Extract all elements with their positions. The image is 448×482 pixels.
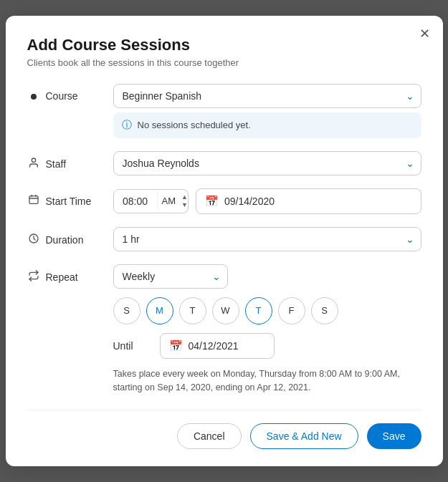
duration-label: Duration <box>27 227 113 247</box>
duration-icon <box>27 233 40 247</box>
repeat-label: Repeat <box>27 264 113 284</box>
save-add-button[interactable]: Save & Add New <box>250 423 358 449</box>
close-button[interactable]: ✕ <box>419 27 430 40</box>
duration-select-wrapper: 1 hr 30 min 2 hr ⌄ <box>113 227 421 251</box>
modal-subtitle: Clients book all the sessions in this co… <box>27 57 421 68</box>
until-date-input[interactable]: 📅 04/12/2021 <box>160 333 275 359</box>
ampm-wrapper: AM <box>157 193 181 209</box>
days-row: SMTWTFS <box>113 297 421 324</box>
until-label: Until <box>113 340 153 352</box>
repeat-row: Repeat Weekly Daily Monthly ⌄ SMTWTFS Un… <box>27 264 421 395</box>
time-down-button[interactable]: ▼ <box>181 201 188 209</box>
ampm-text: AM <box>162 194 176 208</box>
day-button-1[interactable]: M <box>146 297 173 324</box>
day-button-4[interactable]: T <box>245 297 272 324</box>
day-button-2[interactable]: T <box>179 297 206 324</box>
day-button-5[interactable]: F <box>278 297 305 324</box>
staff-content: Joshua Reynolds ⌄ <box>113 151 421 175</box>
staff-select-wrapper: Joshua Reynolds ⌄ <box>113 151 421 175</box>
repeat-icon <box>27 270 40 284</box>
staff-label: Staff <box>27 151 113 171</box>
spin-arrows: ▲ ▼ <box>181 193 188 209</box>
repeat-select[interactable]: Weekly Daily Monthly <box>113 264 228 289</box>
repeat-content: Weekly Daily Monthly ⌄ SMTWTFS Until 📅 0… <box>113 264 421 395</box>
svg-rect-1 <box>29 196 38 203</box>
repeat-select-wrapper: Weekly Daily Monthly ⌄ <box>113 264 228 289</box>
until-row: Until 📅 04/12/2021 <box>113 333 421 359</box>
course-content: Beginner Spanish ⌄ ⓘ No sessions schedul… <box>113 84 421 138</box>
day-button-3[interactable]: W <box>212 297 239 324</box>
staff-row: Staff Joshua Reynolds ⌄ <box>27 151 421 175</box>
start-date-text: 09/14/2020 <box>224 196 275 207</box>
start-time-inputs: AM ▲ ▼ 📅 09/14/2020 <box>113 188 421 214</box>
cancel-button[interactable]: Cancel <box>177 423 242 449</box>
start-time-icon <box>27 194 40 208</box>
day-button-0[interactable]: S <box>113 297 140 324</box>
time-input-wrapper: AM ▲ ▼ <box>113 189 189 213</box>
time-up-button[interactable]: ▲ <box>181 193 188 201</box>
repeat-select-wrapper-inner: Weekly Daily Monthly ⌄ <box>113 264 228 289</box>
duration-select[interactable]: 1 hr 30 min 2 hr <box>113 227 421 251</box>
summary-text: Takes place every week on Monday, Thursd… <box>113 367 421 395</box>
info-icon: ⓘ <box>122 119 132 132</box>
course-info-text: No sessions scheduled yet. <box>138 120 251 130</box>
calendar-icon: 📅 <box>205 195 219 208</box>
course-select[interactable]: Beginner Spanish <box>113 84 421 108</box>
svg-point-0 <box>32 158 35 162</box>
duration-content: 1 hr 30 min 2 hr ⌄ <box>113 227 421 251</box>
modal-title: Add Course Sessions <box>27 36 421 54</box>
until-calendar-icon: 📅 <box>169 339 183 352</box>
staff-icon <box>27 157 40 171</box>
start-time-row: Start Time AM ▲ ▼ 📅 09/14/2020 <box>27 188 421 214</box>
start-time-content: AM ▲ ▼ 📅 09/14/2020 <box>113 188 421 214</box>
until-date-text: 04/12/2021 <box>189 340 239 352</box>
day-button-6[interactable]: S <box>311 297 338 324</box>
start-date-input[interactable]: 📅 09/14/2020 <box>196 188 421 214</box>
course-label: Course <box>27 84 113 102</box>
duration-row: Duration 1 hr 30 min 2 hr ⌄ <box>27 227 421 251</box>
course-select-wrapper: Beginner Spanish ⌄ <box>113 84 421 108</box>
time-input[interactable] <box>114 190 157 213</box>
modal-footer: Cancel Save & Add New Save <box>27 410 421 449</box>
course-icon <box>27 90 40 102</box>
course-row: Course Beginner Spanish ⌄ ⓘ No sessions … <box>27 84 421 138</box>
add-course-sessions-modal: ✕ Add Course Sessions Clients book all t… <box>6 16 443 467</box>
course-info-box: ⓘ No sessions scheduled yet. <box>113 112 421 138</box>
save-button[interactable]: Save <box>367 423 421 449</box>
staff-select[interactable]: Joshua Reynolds <box>113 151 421 175</box>
start-time-label: Start Time <box>27 188 113 208</box>
